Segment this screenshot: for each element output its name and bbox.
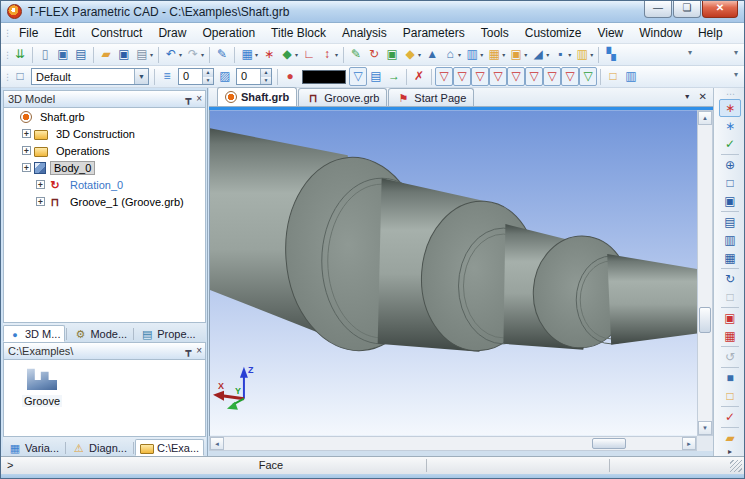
filter-dropdown-icon[interactable]: ▽ [349, 67, 367, 86]
level-spinner[interactable]: 0▲▼ [236, 68, 272, 85]
cone-operation-icon[interactable]: ▲ [423, 45, 441, 64]
menu-customize[interactable]: Customize [517, 26, 590, 40]
minimize-button[interactable]: — [644, 1, 672, 18]
layers-icon[interactable]: ≡ [158, 67, 176, 86]
dropdown-arrow-icon[interactable]: ▾ [150, 51, 153, 58]
close-tab-icon[interactable]: ✕ [699, 91, 707, 103]
new-document-icon[interactable]: ▯ [36, 45, 54, 64]
dropdown-arrow-icon[interactable]: ▾ [568, 51, 571, 58]
menu-edit[interactable]: Edit [46, 26, 83, 40]
dropdown-arrow-icon[interactable]: ▾ [480, 51, 483, 58]
tree-item-groove-1-groove-grb[interactable]: +Groove_1 (Groove.grb) [4, 193, 205, 210]
menu-construct[interactable]: Construct [83, 26, 150, 40]
undo-icon[interactable]: ↶▾ [162, 45, 184, 64]
open-assembly-icon[interactable]: ▰ [719, 429, 741, 447]
redo-icon[interactable]: ↷▾ [184, 45, 206, 64]
tree-item-operations[interactable]: +Operations [4, 142, 205, 159]
select-element-icon[interactable]: → [385, 67, 403, 86]
dropdown-arrow-icon[interactable]: ▾ [179, 51, 182, 58]
toolbar-grip[interactable]: ⋯ [714, 89, 745, 99]
pin-icon[interactable]: ┳ [185, 93, 191, 104]
menu-analysis[interactable]: Analysis [334, 26, 395, 40]
sketch-3d-icon[interactable]: ✎ [347, 45, 365, 64]
expand-toggle[interactable]: + [36, 180, 45, 189]
level-icon[interactable]: ▨ [216, 67, 234, 86]
scroll-left-icon[interactable]: ◄ [210, 437, 224, 450]
spinner-down-icon[interactable]: ▼ [203, 77, 213, 85]
zoom-window-icon[interactable]: □ [719, 174, 741, 192]
expand-toggle[interactable]: + [22, 163, 31, 172]
snap-settings-icon[interactable]: ∗ [719, 117, 741, 135]
dropdown-arrow-icon[interactable]: ▾ [255, 51, 258, 58]
construction-point-icon[interactable]: ∗ [260, 45, 278, 64]
menu-file[interactable]: File [11, 26, 46, 40]
dropdown-arrow-icon[interactable]: ▾ [295, 51, 298, 58]
sheet-metal-operation-icon[interactable]: ▥▾ [573, 45, 595, 64]
tree-item-3d-construction[interactable]: +3D Construction [4, 125, 205, 142]
dropdown-arrow-icon[interactable]: ▾ [546, 51, 549, 58]
blend-operation-icon[interactable]: ◆▾ [401, 45, 423, 64]
layer-spinner[interactable]: 0▲▼ [178, 68, 214, 85]
close-button[interactable]: ✕ [702, 1, 738, 18]
dropdown-arrow-icon[interactable]: ▾ [335, 51, 338, 58]
coordinate-system-icon[interactable]: ∟ [300, 45, 318, 64]
print-icon[interactable]: ▤▾ [133, 45, 155, 64]
menu-view[interactable]: View [589, 26, 631, 40]
tree-item-shaft-grb[interactable]: Shaft.grb [4, 108, 205, 125]
scroll-down-icon[interactable]: ▼ [698, 421, 712, 435]
filter-faces-icon[interactable]: ▽ [543, 67, 561, 86]
3d-viewport[interactable]: Z X Y [209, 110, 697, 436]
dropdown-arrow-icon[interactable]: ▾ [458, 51, 461, 58]
zoom-selection-icon[interactable]: ▥ [719, 231, 741, 249]
body-operation-icon[interactable]: ▪▾ [551, 45, 573, 64]
scene-mode-icon[interactable]: □ [11, 67, 29, 86]
toolbar-grip[interactable]: ⋮ [3, 50, 11, 60]
shaded-view-icon[interactable]: ■ [719, 369, 741, 387]
menu-help[interactable]: Help [690, 26, 731, 40]
menu-operation[interactable]: Operation [194, 26, 263, 40]
previous-view-icon[interactable]: □ [719, 288, 741, 306]
combo-dropdown-icon[interactable]: ▼ [134, 69, 148, 84]
zoom-rect-icon[interactable]: ▦ [719, 249, 741, 267]
current-color-swatch[interactable] [302, 70, 346, 84]
tree-item-body-0[interactable]: +Body_0 [4, 159, 205, 176]
tree-item-rotation-0[interactable]: +Rotation_0 [4, 176, 205, 193]
tab-groove-grb[interactable]: Groove.grb [298, 88, 387, 106]
rotate-view-icon[interactable]: ↻ [719, 270, 741, 288]
dropdown-arrow-icon[interactable]: ▾ [502, 51, 505, 58]
pin-icon[interactable]: ┳ [185, 345, 191, 356]
apply-changes-icon[interactable]: ✓ [719, 408, 741, 426]
filter-planes-icon[interactable]: ▽ [471, 67, 489, 86]
zoom-page-icon[interactable]: ▤ [719, 213, 741, 231]
cancel-selection-icon[interactable]: ✗ [410, 67, 428, 86]
save-document-icon[interactable]: ▣ [115, 45, 133, 64]
tab-start-page[interactable]: Start Page [388, 88, 474, 106]
spinner-up-icon[interactable]: ▲ [203, 69, 213, 77]
filter-points-icon[interactable]: ▽ [435, 67, 453, 86]
panel-tab-c-exa[interactable]: C:\Exa... [135, 439, 204, 456]
toolbar-grip[interactable]: ⋮ [3, 72, 11, 82]
panel-tab-diagn[interactable]: Diagn... [67, 439, 132, 456]
customize-chevron-icon[interactable]: ⇊ [11, 45, 29, 64]
filter-axes-icon[interactable]: ▽ [453, 67, 471, 86]
panel-tab-prope[interactable]: Prope... [135, 325, 201, 342]
new-from-prototype-icon[interactable]: ▤ [72, 45, 90, 64]
toolbar-overflow-button[interactable]: ▾ [734, 70, 738, 79]
construction-axis-icon[interactable]: ↕▾ [318, 45, 340, 64]
menu-draw[interactable]: Draw [150, 26, 194, 40]
scroll-right-icon[interactable]: ► [682, 437, 696, 450]
model-structure-icon[interactable]: ▥ [622, 67, 640, 86]
regenerate-icon[interactable]: ▦ [719, 327, 741, 345]
selector-settings-icon[interactable]: ▤ [367, 67, 385, 86]
wireframe-view-icon[interactable]: □ [719, 387, 741, 405]
dropdown-arrow-icon[interactable]: ▾ [418, 51, 421, 58]
workplane-combo[interactable]: Default▼ [31, 68, 149, 85]
face-operation-icon[interactable]: ◢▾ [529, 45, 551, 64]
vertical-scroll-thumb[interactable] [699, 307, 711, 333]
new-3d-document-icon[interactable]: ▣ [54, 45, 72, 64]
maximize-button[interactable]: ❏ [673, 1, 701, 18]
confirm-selection-icon[interactable]: ✓ [719, 135, 741, 153]
tile-windows-icon[interactable]: ▚ [602, 45, 620, 64]
menu-parameters[interactable]: Parameters [395, 26, 473, 40]
scroll-up-icon[interactable]: ▲ [698, 111, 712, 125]
